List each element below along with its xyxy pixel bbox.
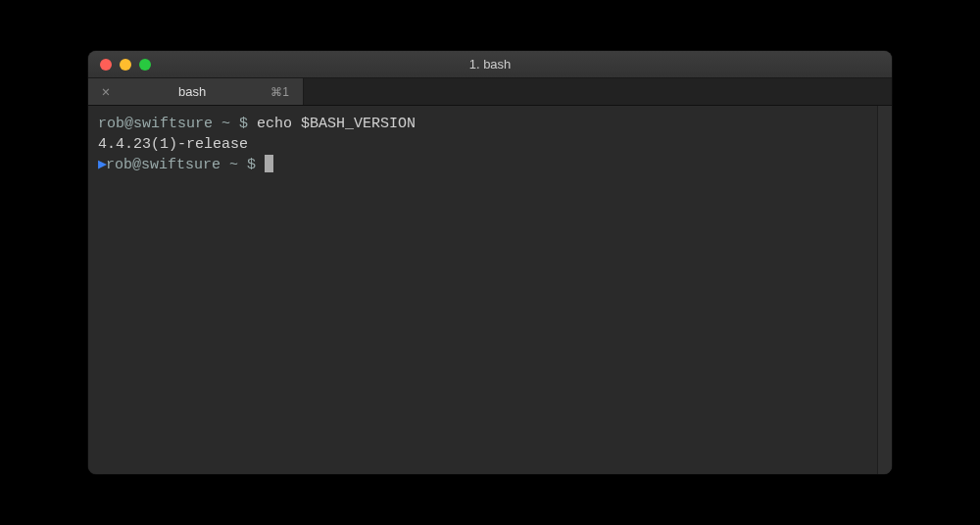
terminal-line-2: 4.4.23(1)-release <box>98 134 882 155</box>
tab-shortcut: ⌘1 <box>270 85 293 99</box>
prompt: rob@swiftsure ~ $ <box>98 116 257 132</box>
titlebar[interactable]: 1. bash <box>88 51 892 78</box>
scrollbar[interactable] <box>877 106 892 474</box>
terminal-line-3: ▶rob@swiftsure ~ $ <box>98 155 882 175</box>
close-button[interactable] <box>100 59 112 71</box>
terminal-window: 1. bash ✕ bash ⌘1 rob@swiftsure ~ $ echo… <box>88 51 892 474</box>
maximize-button[interactable] <box>139 59 151 71</box>
terminal-line-1: rob@swiftsure ~ $ echo $BASH_VERSION <box>98 114 882 134</box>
prompt: rob@swiftsure ~ $ <box>106 157 265 173</box>
traffic-lights <box>88 59 151 71</box>
window-title: 1. bash <box>88 57 892 72</box>
tab-close-icon[interactable]: ✕ <box>98 83 114 100</box>
prompt-marker-icon: ▶ <box>98 155 106 175</box>
terminal-content[interactable]: rob@swiftsure ~ $ echo $BASH_VERSION4.4.… <box>88 106 892 474</box>
tab-label: bash <box>114 84 270 99</box>
command-text: echo $BASH_VERSION <box>257 116 416 132</box>
tabbar: ✕ bash ⌘1 <box>88 78 892 106</box>
minimize-button[interactable] <box>120 59 131 71</box>
cursor <box>265 155 273 172</box>
tab-bash[interactable]: ✕ bash ⌘1 <box>88 78 304 105</box>
